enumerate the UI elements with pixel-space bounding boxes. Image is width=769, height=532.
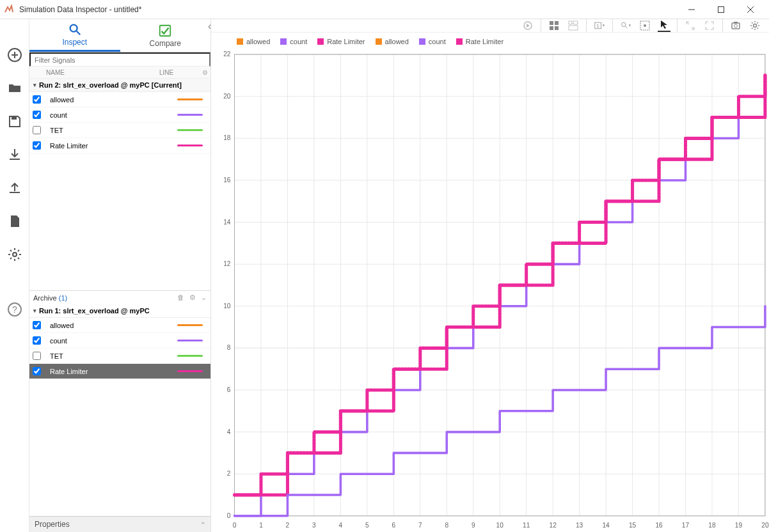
- signal-checkbox[interactable]: [33, 111, 41, 119]
- legend-swatch: [456, 38, 463, 45]
- svg-rect-20: [550, 21, 553, 25]
- signal-checkbox[interactable]: [33, 336, 41, 345]
- preferences-button[interactable]: [4, 244, 25, 265]
- signal-row[interactable]: count: [29, 333, 210, 348]
- svg-text:13: 13: [576, 522, 583, 529]
- run1-title: Run 1: slrt_ex_overload @ myPC: [39, 307, 150, 315]
- minimize-button[interactable]: [677, 0, 706, 19]
- archive-gear-icon[interactable]: ⚙: [189, 293, 196, 302]
- svg-point-39: [734, 24, 738, 27]
- col-name: NAME: [44, 69, 159, 76]
- signal-line-swatch: [177, 370, 203, 372]
- expand-icon[interactable]: [684, 19, 697, 32]
- legend-label: Rate Limiter: [327, 38, 365, 45]
- archive-chevron-icon[interactable]: ⌄: [201, 293, 207, 302]
- stream-icon[interactable]: [521, 19, 534, 32]
- svg-text:4: 4: [339, 522, 343, 529]
- svg-line-36: [686, 22, 689, 24]
- svg-text:12: 12: [223, 260, 231, 267]
- plot-canvas[interactable]: 0123456789101112131415161718192002468101…: [211, 51, 769, 532]
- signal-name: allowed: [44, 96, 170, 104]
- add-run-button[interactable]: [4, 45, 25, 65]
- properties-label: Properties: [35, 520, 70, 529]
- svg-text:6: 6: [227, 386, 231, 393]
- archive-trash-icon[interactable]: 🗑: [177, 293, 184, 302]
- run1-header[interactable]: ▾ Run 1: slrt_ex_overload @ myPC: [29, 304, 210, 318]
- svg-text:9: 9: [472, 522, 475, 529]
- svg-rect-21: [555, 21, 559, 25]
- signal-row[interactable]: count: [29, 107, 210, 123]
- zoom-dropdown[interactable]: [619, 19, 632, 32]
- signal-checkbox[interactable]: [33, 126, 41, 134]
- signal-row[interactable]: TET: [29, 348, 210, 364]
- signal-row[interactable]: allowed: [29, 92, 210, 107]
- open-button[interactable]: [4, 78, 25, 98]
- run2-header[interactable]: ▾ Run 2: slrt_ex_overload @ myPC [Curren…: [29, 79, 210, 92]
- report-button[interactable]: [4, 211, 25, 231]
- subplot-dropdown[interactable]: 1: [593, 19, 606, 32]
- legend-item: allowed: [237, 38, 270, 45]
- maximize-button[interactable]: [706, 0, 736, 19]
- close-button[interactable]: [736, 0, 765, 19]
- save-button[interactable]: [4, 111, 25, 132]
- svg-text:0: 0: [227, 512, 231, 519]
- svg-text:7: 7: [418, 522, 422, 529]
- legend-label: count: [290, 38, 307, 45]
- export-button[interactable]: [4, 178, 25, 198]
- svg-text:1: 1: [597, 23, 599, 29]
- layout-custom-icon[interactable]: [567, 19, 580, 32]
- layout-grid-icon[interactable]: [548, 19, 560, 32]
- legend-swatch: [237, 38, 243, 45]
- tab-inspect[interactable]: Inspect: [29, 19, 120, 52]
- side-panel: Inspect Compare ‹ NAME LINE ⚙ ▾ Run 2: s…: [29, 19, 211, 532]
- signal-row[interactable]: Rate Limiter: [29, 138, 210, 153]
- archive-header[interactable]: Archive (1) 🗑 ⚙ ⌄: [29, 290, 210, 304]
- expand-icon: ▾: [33, 308, 36, 314]
- svg-rect-7: [12, 116, 17, 120]
- svg-text:2: 2: [227, 470, 231, 477]
- snapshot-icon[interactable]: [729, 19, 742, 32]
- signal-columns-header: NAME LINE ⚙: [29, 66, 210, 79]
- tab-compare[interactable]: Compare: [120, 19, 211, 52]
- svg-text:22: 22: [223, 51, 231, 58]
- legend-label: allowed: [385, 38, 409, 45]
- svg-rect-22: [550, 26, 553, 30]
- svg-text:19: 19: [735, 522, 743, 529]
- svg-rect-25: [573, 21, 578, 24]
- svg-rect-17: [160, 25, 171, 36]
- signal-name: count: [44, 111, 170, 119]
- svg-text:16: 16: [223, 176, 231, 184]
- svg-text:8: 8: [227, 344, 231, 351]
- legend-item: count: [419, 38, 446, 45]
- svg-rect-1: [718, 6, 724, 12]
- signal-checkbox[interactable]: [33, 95, 41, 104]
- help-button[interactable]: ?: [4, 299, 25, 320]
- properties-section[interactable]: Properties ⌃: [29, 516, 210, 532]
- svg-line-31: [625, 26, 627, 28]
- import-button[interactable]: [4, 145, 25, 165]
- legend-swatch: [280, 38, 287, 45]
- left-icon-column: ?: [0, 19, 29, 532]
- columns-gear-icon[interactable]: ⚙: [199, 69, 210, 76]
- fit-icon[interactable]: [638, 19, 651, 32]
- signal-checkbox[interactable]: [33, 141, 41, 150]
- signal-row[interactable]: TET: [29, 123, 210, 138]
- signal-checkbox[interactable]: [33, 321, 41, 329]
- col-line: LINE: [159, 69, 199, 76]
- signal-line-swatch: [177, 98, 203, 100]
- signal-line-swatch: [177, 114, 203, 116]
- plot-settings-icon[interactable]: [749, 19, 761, 32]
- legend-item: count: [280, 38, 307, 45]
- signal-row[interactable]: allowed: [29, 318, 210, 333]
- signal-checkbox[interactable]: [33, 367, 41, 375]
- signal-checkbox[interactable]: [33, 352, 41, 360]
- svg-rect-38: [732, 23, 740, 29]
- signal-row[interactable]: Rate Limiter: [29, 364, 210, 379]
- filter-signals-input[interactable]: [29, 52, 210, 66]
- collapse-panel-icon[interactable]: ‹: [208, 20, 217, 29]
- svg-point-30: [622, 22, 626, 26]
- legend-item: Rate Limiter: [456, 38, 503, 45]
- cursor-icon[interactable]: [658, 19, 670, 32]
- maximize-plot-icon[interactable]: [703, 19, 716, 32]
- tab-compare-label: Compare: [150, 39, 181, 48]
